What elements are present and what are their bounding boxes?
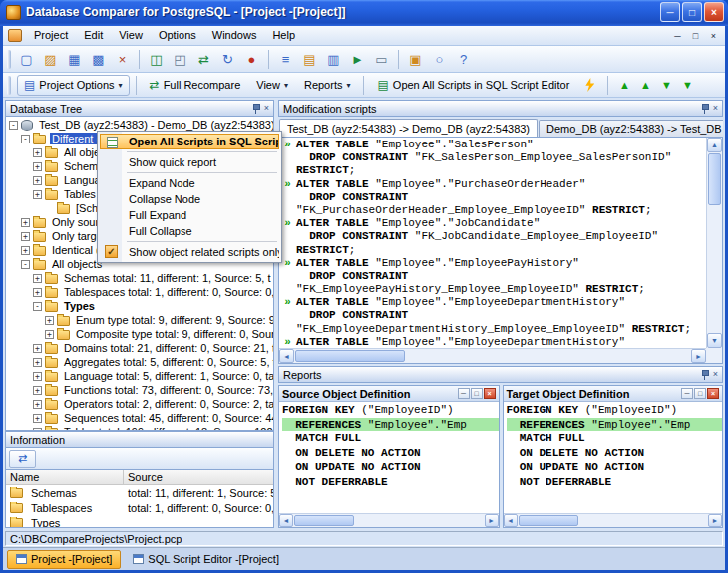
sql-script-editor[interactable]: »ALTER TABLE "Employee"."SalesPerson" DR… [278, 137, 723, 364]
toolbar-grip[interactable] [7, 50, 11, 69]
reports-button[interactable]: Reports ▾ [297, 75, 358, 96]
open-all-scripts-button[interactable]: ▤ Open All Scripts in SQL Script Editor [370, 75, 576, 96]
tree-item[interactable]: +Composite type total: 9, different: 0, … [6, 327, 273, 341]
toolbar-grip[interactable] [7, 76, 11, 95]
close-icon[interactable]: × [707, 388, 719, 399]
tree-item[interactable]: +Sequences total: 45, different: 0, Sour… [6, 411, 273, 425]
expand-icon[interactable]: + [33, 148, 42, 157]
scrollbar-thumb[interactable] [519, 515, 578, 526]
context-menu-item[interactable]: Full Expand [100, 207, 279, 223]
scrollbar-thumb[interactable] [294, 515, 354, 526]
nav-up-button[interactable]: ▲ [614, 75, 634, 96]
mdi-minimize-button[interactable]: ─ [669, 28, 686, 43]
maximize-icon[interactable]: □ [694, 388, 706, 399]
close-icon[interactable]: × [713, 370, 718, 379]
expand-icon[interactable]: + [33, 274, 42, 283]
tab-target-to-source[interactable]: Demo_DB (ayz2:54383) -> Test_DB (ayz2:54… [539, 120, 723, 137]
collapse-icon[interactable]: - [21, 135, 30, 143]
stop-button[interactable]: ● [240, 48, 263, 71]
nav-up-alt-button[interactable]: ▲ [635, 75, 655, 96]
expand-icon[interactable]: + [33, 190, 42, 199]
pin-icon[interactable] [701, 104, 709, 114]
horizontal-scrollbar[interactable]: ◄ ► [279, 348, 706, 363]
pin-icon[interactable] [701, 370, 709, 380]
minimize-button[interactable]: ─ [660, 2, 680, 22]
open-project-button[interactable]: ▨ [39, 48, 62, 71]
expand-icon[interactable]: + [33, 400, 42, 409]
scroll-right-button[interactable]: ► [691, 349, 706, 363]
execute-script-button[interactable] [578, 75, 601, 96]
options-button[interactable]: ▣ [404, 48, 427, 71]
pin-icon[interactable] [252, 104, 260, 114]
tree-item[interactable]: +Domains total: 21, different: 0, Source… [6, 341, 273, 355]
close-icon[interactable]: × [713, 104, 718, 113]
save-script-button[interactable]: ▥ [322, 48, 345, 71]
menu-help[interactable]: Help [264, 27, 303, 44]
mdi-close-button[interactable]: × [705, 28, 722, 43]
tree-item[interactable]: +Enum type total: 9, different: 9, Sourc… [6, 313, 273, 327]
tree-item[interactable]: +Schemas total: 11, different: 1, Source… [6, 271, 273, 285]
expand-icon[interactable]: + [33, 176, 42, 185]
close-icon[interactable]: × [264, 104, 269, 113]
information-nav-button[interactable]: ⇄ [9, 450, 36, 468]
tree-item[interactable]: -Types [6, 299, 273, 313]
maximize-icon[interactable]: □ [471, 388, 483, 399]
context-menu-item[interactable]: Collapse Node [100, 191, 279, 207]
full-recompare-button[interactable]: ⇄ Full Recompare [143, 75, 248, 96]
register-database-button[interactable]: ◫ [145, 48, 168, 71]
menu-windows[interactable]: Windows [204, 27, 265, 44]
scroll-right-button[interactable]: ► [485, 514, 499, 527]
collapse-icon[interactable]: - [33, 302, 42, 311]
save-project-button[interactable]: ▦ [63, 48, 86, 71]
new-project-button[interactable]: ▢ [15, 48, 38, 71]
expand-icon[interactable]: + [33, 414, 42, 423]
target-definition-text[interactable]: FOREIGN KEY ("EmployeeID") REFERENCES "E… [504, 402, 723, 513]
column-header-source[interactable]: Source [124, 471, 273, 483]
scroll-left-button[interactable]: ◄ [279, 349, 294, 363]
expand-icon[interactable]: + [33, 372, 42, 381]
tree-item[interactable]: -Test_DB (ayz2:54383) - Demo_DB (ayz2:54… [6, 118, 273, 132]
sql-editor-button[interactable]: ≡ [274, 48, 297, 71]
collapse-icon[interactable]: - [21, 260, 30, 269]
context-menu-item[interactable]: Full Collapse [100, 223, 279, 239]
maximize-button[interactable]: □ [682, 2, 702, 22]
info-row[interactable]: Schemastotal: 11, different: 1, Source: … [6, 485, 273, 500]
expand-icon[interactable]: + [33, 386, 42, 395]
menu-view[interactable]: View [111, 27, 151, 44]
help-button[interactable]: ? [452, 48, 475, 71]
source-definition-text[interactable]: FOREIGN KEY ("EmployeeID") REFERENCES "E… [279, 402, 499, 513]
scrollbar-thumb[interactable] [708, 153, 721, 205]
tab-project[interactable]: Project -[Project] [7, 550, 121, 569]
tree-item[interactable]: +Aggregates total: 5, different: 0, Sour… [6, 355, 273, 369]
scroll-left-button[interactable]: ◄ [279, 514, 293, 527]
expand-icon[interactable]: + [21, 218, 30, 227]
vertical-scrollbar[interactable]: ▲ ▼ [706, 138, 722, 348]
scroll-down-button[interactable]: ▼ [707, 333, 722, 348]
expand-icon[interactable]: + [33, 344, 42, 353]
nav-down-alt-button[interactable]: ▼ [677, 75, 697, 96]
print-button[interactable]: ▭ [370, 48, 393, 71]
menu-edit[interactable]: Edit [76, 27, 111, 44]
horizontal-scrollbar[interactable]: ◄ ► [279, 513, 499, 527]
find-button[interactable]: ○ [428, 48, 451, 71]
execute-script-button[interactable]: ► [346, 48, 369, 71]
scroll-left-button[interactable]: ◄ [504, 514, 518, 527]
nav-down-button[interactable]: ▼ [656, 75, 676, 96]
close-button[interactable]: × [704, 2, 724, 22]
context-menu-item[interactable]: Open All Scripts in SQL Script Editor [100, 134, 279, 149]
expand-icon[interactable]: + [33, 162, 42, 171]
scroll-up-button[interactable]: ▲ [707, 138, 722, 152]
horizontal-scrollbar[interactable]: ◄ ► [504, 513, 723, 527]
database-properties-button[interactable]: ◰ [169, 48, 191, 71]
collapse-icon[interactable]: - [9, 121, 18, 130]
context-menu-item[interactable]: ✓Show object related scripts only [100, 244, 279, 260]
scrollbar-thumb[interactable] [295, 350, 405, 362]
save-all-button[interactable]: ▩ [87, 48, 110, 71]
recompare-button[interactable]: ↻ [216, 48, 239, 71]
compare-button[interactable]: ⇄ [192, 48, 215, 71]
close-icon[interactable]: × [484, 388, 496, 399]
info-row[interactable]: Types [6, 515, 273, 528]
tree-item[interactable]: +Tablespaces total: 1, different: 0, Sou… [6, 285, 273, 299]
expand-icon[interactable]: + [33, 358, 42, 367]
expand-icon[interactable]: + [45, 330, 54, 339]
